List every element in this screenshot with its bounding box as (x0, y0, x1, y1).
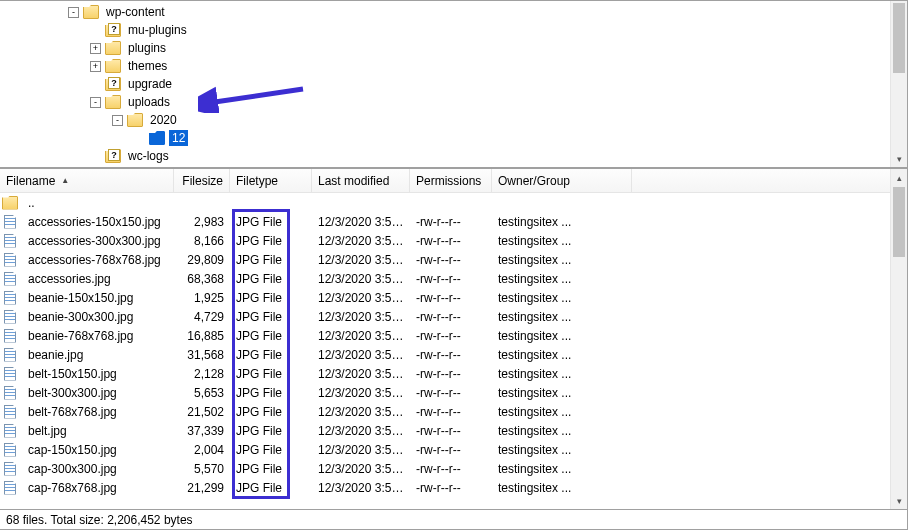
cell-modified: 12/3/2020 3:55:... (312, 329, 410, 343)
tree-node[interactable]: -wp-content (8, 3, 907, 21)
header-permissions[interactable]: Permissions (410, 169, 492, 192)
cell-permissions: -rw-r--r-- (410, 253, 492, 267)
cell-modified: 12/3/2020 3:55:... (312, 310, 410, 324)
cell-owner: testingsitex ... (492, 348, 632, 362)
column-headers: Filename ▲ Filesize Filetype Last modifi… (0, 169, 907, 193)
tree-node[interactable]: +themes (8, 57, 907, 75)
scrollbar-thumb[interactable] (893, 3, 905, 73)
cell-filename: belt-150x150.jpg (22, 367, 174, 381)
file-icon (2, 443, 18, 457)
cell-filename: accessories-150x150.jpg (22, 215, 174, 229)
tree-node[interactable]: upgrade (8, 75, 907, 93)
cell-permissions: -rw-r--r-- (410, 424, 492, 438)
file-icon (2, 272, 18, 286)
header-filename[interactable]: Filename ▲ (0, 169, 174, 192)
cell-permissions: -rw-r--r-- (410, 481, 492, 495)
cell-owner: testingsitex ... (492, 481, 632, 495)
table-row[interactable]: accessories-150x150.jpg2,983JPG File12/3… (0, 212, 890, 231)
expand-icon[interactable]: + (90, 43, 101, 54)
table-row[interactable]: belt-300x300.jpg5,653JPG File12/3/2020 3… (0, 383, 890, 402)
scrollbar-thumb[interactable] (893, 187, 905, 257)
table-row[interactable]: belt.jpg37,339JPG File12/3/2020 3:55:...… (0, 421, 890, 440)
table-row[interactable]: beanie-300x300.jpg4,729JPG File12/3/2020… (0, 307, 890, 326)
collapse-icon[interactable]: - (68, 7, 79, 18)
header-owner[interactable]: Owner/Group (492, 169, 632, 192)
cell-filesize: 68,368 (174, 272, 230, 286)
file-icon (2, 234, 18, 248)
table-row[interactable]: cap-768x768.jpg21,299JPG File12/3/2020 3… (0, 478, 890, 497)
cell-permissions: -rw-r--r-- (410, 386, 492, 400)
header-filesize[interactable]: Filesize (174, 169, 230, 192)
cell-filename: beanie.jpg (22, 348, 174, 362)
cell-permissions: -rw-r--r-- (410, 329, 492, 343)
file-scrollbar[interactable]: ▴ ▾ (890, 169, 907, 509)
file-icon (2, 253, 18, 267)
cell-filesize: 5,570 (174, 462, 230, 476)
cell-owner: testingsitex ... (492, 443, 632, 457)
cell-filename: cap-300x300.jpg (22, 462, 174, 476)
cell-filesize: 31,568 (174, 348, 230, 362)
cell-permissions: -rw-r--r-- (410, 443, 492, 457)
table-row[interactable]: beanie.jpg31,568JPG File12/3/2020 3:55:.… (0, 345, 890, 364)
file-icon (2, 424, 18, 438)
tree-node[interactable]: 12 (8, 129, 907, 147)
file-list-pane: Filename ▲ Filesize Filetype Last modifi… (0, 168, 908, 510)
expand-icon[interactable]: + (90, 61, 101, 72)
collapse-icon[interactable]: - (112, 115, 123, 126)
cell-filename: belt.jpg (22, 424, 174, 438)
folder-tree[interactable]: -wp-contentmu-plugins+plugins+themesupgr… (0, 1, 907, 165)
cell-filetype: JPG File (230, 405, 312, 419)
table-row[interactable]: beanie-768x768.jpg16,885JPG File12/3/202… (0, 326, 890, 345)
cell-permissions: -rw-r--r-- (410, 234, 492, 248)
cell-owner: testingsitex ... (492, 424, 632, 438)
tree-node-label: uploads (125, 94, 173, 110)
cell-filename: accessories.jpg (22, 272, 174, 286)
table-row[interactable]: accessories-300x300.jpg8,166JPG File12/3… (0, 231, 890, 250)
tree-node[interactable]: mu-plugins (8, 21, 907, 39)
status-bar: 68 files. Total size: 2,206,452 bytes (0, 510, 908, 530)
cell-modified: 12/3/2020 3:55:... (312, 386, 410, 400)
header-filetype[interactable]: Filetype (230, 169, 312, 192)
cell-modified: 12/3/2020 3:55:... (312, 481, 410, 495)
collapse-icon[interactable]: - (90, 97, 101, 108)
table-row[interactable]: beanie-150x150.jpg1,925JPG File12/3/2020… (0, 288, 890, 307)
table-row[interactable]: belt-768x768.jpg21,502JPG File12/3/2020 … (0, 402, 890, 421)
parent-dir-row[interactable]: .. (0, 193, 890, 212)
header-modified[interactable]: Last modified (312, 169, 410, 192)
tree-node-label: plugins (125, 40, 169, 56)
cell-filesize: 29,809 (174, 253, 230, 267)
scroll-up-button[interactable]: ▴ (891, 169, 907, 186)
cell-owner: testingsitex ... (492, 310, 632, 324)
table-row[interactable]: cap-150x150.jpg2,004JPG File12/3/2020 3:… (0, 440, 890, 459)
tree-node[interactable]: +plugins (8, 39, 907, 57)
cell-filesize: 21,502 (174, 405, 230, 419)
tree-node[interactable]: wc-logs (8, 147, 907, 165)
cell-filetype: JPG File (230, 481, 312, 495)
tree-node[interactable]: -uploads (8, 93, 907, 111)
cell-filename: beanie-300x300.jpg (22, 310, 174, 324)
cell-owner: testingsitex ... (492, 329, 632, 343)
table-row[interactable]: belt-150x150.jpg2,128JPG File12/3/2020 3… (0, 364, 890, 383)
scroll-down-button[interactable]: ▾ (891, 150, 907, 167)
file-icon (2, 405, 18, 419)
cell-owner: testingsitex ... (492, 386, 632, 400)
tree-node-label: themes (125, 58, 170, 74)
folder-icon (127, 113, 143, 127)
cell-filesize: 2,004 (174, 443, 230, 457)
tree-node[interactable]: -2020 (8, 111, 907, 129)
table-row[interactable]: cap-300x300.jpg5,570JPG File12/3/2020 3:… (0, 459, 890, 478)
table-row[interactable]: accessories.jpg68,368JPG File12/3/2020 3… (0, 269, 890, 288)
cell-permissions: -rw-r--r-- (410, 367, 492, 381)
tree-scrollbar[interactable]: ▾ (890, 1, 907, 167)
cell-owner: testingsitex ... (492, 253, 632, 267)
cell-filesize: 2,128 (174, 367, 230, 381)
cell-modified: 12/3/2020 3:55:... (312, 348, 410, 362)
cell-permissions: -rw-r--r-- (410, 310, 492, 324)
cell-filetype: JPG File (230, 386, 312, 400)
table-row[interactable]: accessories-768x768.jpg29,809JPG File12/… (0, 250, 890, 269)
cell-owner: testingsitex ... (492, 272, 632, 286)
folder-icon (105, 41, 121, 55)
scroll-down-button[interactable]: ▾ (891, 492, 907, 509)
cell-owner: testingsitex ... (492, 291, 632, 305)
cell-filename: beanie-768x768.jpg (22, 329, 174, 343)
